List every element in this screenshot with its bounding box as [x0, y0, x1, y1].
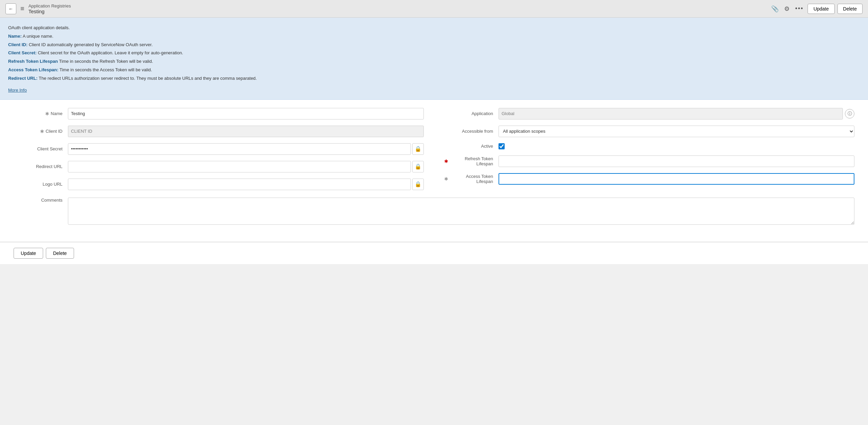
info-panel: OAuth client application details. Name: … — [0, 18, 868, 100]
form-right-column: Application ⓘ Accessible from All applic… — [444, 108, 854, 196]
client-secret-input[interactable] — [68, 143, 411, 155]
name-input[interactable] — [68, 108, 424, 119]
settings-icon-button[interactable]: ⚙ — [783, 4, 791, 14]
logo-url-input-group: 🔒 — [68, 179, 424, 190]
comments-textarea[interactable] — [68, 198, 854, 225]
info-name-text: A unique name. — [23, 34, 53, 39]
logo-url-lock-button[interactable]: 🔒 — [412, 179, 424, 190]
header-actions: 📎 ⚙ ••• Update Delete — [770, 4, 863, 14]
accessible-from-select[interactable]: All application scopes This application … — [499, 126, 854, 137]
bottom-actions: Update Delete — [0, 242, 868, 264]
application-input-group: ⓘ — [499, 108, 854, 119]
application-label: Application — [444, 111, 499, 116]
form-section: ✱ Name ✱ Client ID Client Secr — [0, 100, 868, 264]
logo-url-row: Logo URL 🔒 — [14, 179, 424, 190]
name-required-star: ✱ — [45, 111, 49, 116]
info-name: Name: A unique name. — [8, 33, 860, 40]
application-row: Application ⓘ — [444, 108, 854, 119]
active-label: Active — [444, 144, 499, 149]
page-title: Testing — [29, 8, 766, 14]
info-client-secret-label: Client Secret: — [8, 50, 37, 55]
client-secret-lock-button[interactable]: 🔒 — [412, 143, 424, 155]
active-row: Active — [444, 143, 854, 149]
info-client-secret-text: Client secret for the OAuth application.… — [38, 50, 183, 55]
info-client-secret: Client Secret: Client secret for the OAu… — [8, 50, 860, 57]
breadcrumb: Application Registries — [29, 3, 766, 8]
info-refresh-token-label: Refresh Token Lifespan — [8, 59, 58, 64]
refresh-token-input[interactable] — [499, 155, 854, 167]
access-token-label: ✱ Access Token Lifespan — [444, 174, 499, 184]
delete-bottom-button[interactable]: Delete — [46, 248, 74, 259]
info-redirect-url: Redirect URL: The rediect URLs authoriza… — [8, 75, 860, 82]
info-client-id: Client ID: Client ID automatically gener… — [8, 41, 860, 49]
form-left-column: ✱ Name ✱ Client ID Client Secr — [14, 108, 424, 196]
back-button[interactable]: ← — [5, 3, 16, 14]
comments-row: Comments — [14, 198, 854, 225]
redirect-url-row: Redirect URL 🔒 — [14, 161, 424, 172]
accessible-from-row: Accessible from All application scopes T… — [444, 126, 854, 137]
active-checkbox-container — [499, 143, 505, 149]
info-intro: OAuth client application details. — [8, 24, 860, 32]
access-token-row: ✱ Access Token Lifespan — [444, 173, 854, 185]
delete-header-button[interactable]: Delete — [837, 4, 863, 14]
header: ← ≡ Application Registries Testing 📎 ⚙ •… — [0, 0, 868, 18]
accessible-from-label: Accessible from — [444, 129, 499, 134]
info-access-token: Access Token Lifespan: Time in seconds t… — [8, 67, 860, 74]
application-info-button[interactable]: ⓘ — [845, 109, 854, 118]
client-id-required-star: ✱ — [40, 129, 44, 134]
refresh-token-label: ✱ Refresh Token Lifespan — [444, 156, 499, 166]
clip-icon-button[interactable]: 📎 — [770, 4, 780, 14]
name-label: ✱ Name — [14, 111, 68, 116]
more-info-link[interactable]: More Info — [8, 88, 27, 93]
info-refresh-token-text: Time in seconds the Refresh Token will b… — [59, 59, 153, 64]
form-area: ✱ Name ✱ Client ID Client Secr — [0, 100, 868, 242]
header-title-block: Application Registries Testing — [29, 3, 766, 14]
refresh-token-required-star: ✱ — [444, 159, 448, 164]
info-access-token-text: Time in seconds the Access Token will be… — [59, 67, 152, 72]
access-token-input[interactable] — [499, 173, 854, 185]
client-secret-input-group: 🔒 — [68, 143, 424, 155]
info-redirect-url-label: Redirect URL: — [8, 76, 38, 81]
info-name-label: Name: — [8, 34, 22, 39]
update-bottom-button[interactable]: Update — [14, 248, 43, 259]
application-input[interactable] — [499, 108, 843, 119]
active-checkbox[interactable] — [499, 143, 505, 149]
redirect-url-label: Redirect URL — [14, 164, 68, 169]
refresh-token-row: ✱ Refresh Token Lifespan — [444, 155, 854, 167]
update-header-button[interactable]: Update — [808, 4, 834, 14]
name-row: ✱ Name — [14, 108, 424, 119]
client-secret-row: Client Secret 🔒 — [14, 143, 424, 155]
hamburger-icon[interactable]: ≡ — [20, 5, 24, 13]
comments-label: Comments — [14, 198, 68, 203]
logo-url-label: Logo URL — [14, 182, 68, 187]
redirect-url-input-group: 🔒 — [68, 161, 424, 172]
info-client-id-text: Client ID automatically generated by Ser… — [29, 42, 153, 47]
redirect-url-input[interactable] — [68, 161, 411, 172]
logo-url-input[interactable] — [68, 179, 411, 190]
client-id-row: ✱ Client ID — [14, 126, 424, 137]
redirect-url-lock-button[interactable]: 🔒 — [412, 161, 424, 172]
info-access-token-label: Access Token Lifespan: — [8, 67, 58, 72]
client-id-input[interactable] — [68, 126, 424, 137]
info-redirect-url-text: The rediect URLs authorization server re… — [39, 76, 257, 81]
client-secret-label: Client Secret — [14, 146, 68, 151]
form-grid: ✱ Name ✱ Client ID Client Secr — [14, 108, 854, 196]
more-options-button[interactable]: ••• — [794, 4, 805, 14]
info-refresh-token: Refresh Token Lifespan Time in seconds t… — [8, 58, 860, 65]
client-id-label: ✱ Client ID — [14, 129, 68, 134]
access-token-required-star: ✱ — [444, 176, 448, 182]
info-client-id-label: Client ID: — [8, 42, 28, 47]
